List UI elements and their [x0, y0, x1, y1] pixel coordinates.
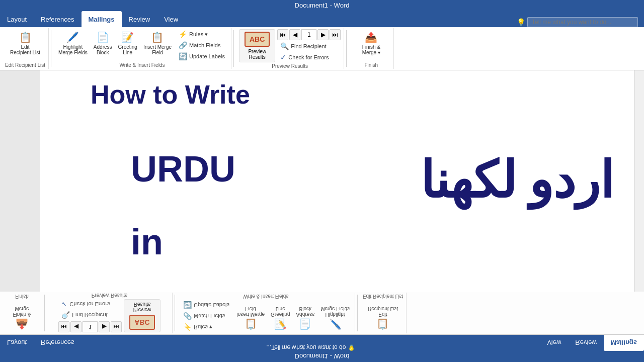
first-record-btn[interactable]: ⏮	[277, 29, 288, 40]
tab-mailings[interactable]: Mailings	[82, 11, 122, 27]
ribbon-search-input[interactable]	[527, 17, 638, 27]
abc-icon: ABC	[245, 32, 270, 47]
left-sidebar	[0, 70, 40, 292]
group-label-preview: Preview Results	[272, 62, 308, 69]
ribbon-group-finish: 📤 Finish &Merge ▾ Finish	[349, 28, 394, 69]
rules-btn[interactable]: ⚡ Rules ▾	[176, 29, 228, 39]
preview-results-btn[interactable]: ABC PreviewResults	[239, 29, 275, 62]
next-record-btn[interactable]: ▶	[317, 29, 329, 40]
address-icon: 📄	[97, 30, 109, 44]
group-label-finish: Finish	[365, 61, 378, 68]
ribbon-search-area: 💡	[517, 17, 644, 27]
thumbnail-urdu-latin: URDU	[131, 148, 235, 190]
bottom-finish-btn: 📤 Finish &Merge	[11, 305, 33, 332]
thumbnail-in-text: in	[131, 221, 163, 262]
group-label-recipients: Edit Recipient List	[5, 61, 45, 68]
rules-icon: ⚡	[179, 30, 187, 38]
greeting-icon: 📝	[121, 30, 134, 44]
tab-references[interactable]: References	[34, 11, 81, 27]
find-recipient-icon: 🔍	[280, 42, 289, 50]
update-icon: 🔄	[179, 52, 187, 60]
ribbon-group-write-insert: 🖊️ HighlightMerge Fields 📄 AddressBlock …	[53, 28, 231, 69]
ribbon-group-preview: ABC PreviewResults ⏮ ◀ ▶ ⏭ 🔍 Find Recipi…	[236, 28, 344, 69]
bottom-title-reflection: Document1 - Word	[0, 351, 644, 362]
match-fields-btn[interactable]: 🔗 Match Fields	[176, 40, 228, 50]
insert-merge-field-btn[interactable]: 📋 Insert MergeField	[141, 29, 174, 56]
title-bar: Document1 - Word	[0, 0, 644, 11]
main-content: How to Write URDU اردو لکھنا in	[0, 70, 644, 362]
ribbon-separator-2	[233, 30, 234, 67]
lightbulb-icon: 💡	[517, 18, 525, 26]
match-icon: 🔗	[179, 41, 187, 49]
thumbnail-urdu-script: اردو لکھنا	[420, 151, 614, 210]
find-recipient-btn[interactable]: 🔍 Find Recipient	[277, 41, 341, 51]
ribbon-content: 📋 EditRecipient List Edit Recipient List…	[0, 27, 644, 70]
greeting-line-btn[interactable]: 📝 GreetingLine	[116, 29, 139, 56]
check-errors-icon: ✓	[280, 53, 286, 61]
bottom-ribbon-reflection: 📤 Finish &Merge Finish ⏮ ◀	[0, 292, 644, 335]
prev-record-btn[interactable]: ◀	[289, 29, 300, 40]
title-text: Document1 - Word	[295, 2, 350, 9]
tab-view[interactable]: View	[157, 11, 185, 27]
ribbon-group-edit-recipients: 📋 EditRecipient List Edit Recipient List	[2, 28, 49, 69]
thumbnail-ms-word: MS Word	[116, 287, 272, 292]
record-number-input[interactable]	[301, 29, 316, 40]
edit-recipient-list-btn[interactable]: 📋 EditRecipient List	[8, 29, 42, 56]
group-label-write-insert: Write & Insert Fields	[120, 61, 165, 68]
insert-merge-icon: 📋	[151, 30, 164, 44]
ribbon-separator-1	[51, 30, 51, 67]
document-wrapper: How to Write URDU اردو لکھنا in	[0, 70, 644, 292]
ribbon-tabs: Layout References Mailings Review View 💡	[0, 11, 644, 27]
finish-icon: 📤	[365, 30, 377, 44]
finish-merge-btn[interactable]: 📤 Finish &Merge ▾	[360, 29, 382, 56]
document-page[interactable]: How to Write URDU اردو لکھنا in	[40, 70, 634, 292]
tab-review[interactable]: Review	[122, 11, 157, 27]
last-record-btn[interactable]: ⏭	[330, 29, 341, 40]
thumbnail-title-line1: How to Write	[91, 80, 250, 109]
address-block-btn[interactable]: 📄 AddressBlock	[92, 29, 114, 56]
word-window: Document1 - Word Layout References Maili…	[0, 0, 644, 362]
video-thumbnail: How to Write URDU اردو لکھنا in	[40, 70, 634, 292]
recipients-icon: 📋	[19, 30, 32, 44]
right-sidebar[interactable]	[634, 70, 644, 292]
ribbon-separator-3	[346, 30, 347, 67]
tab-layout[interactable]: Layout	[0, 11, 34, 27]
bottom-tabs-reflection: Mailings Review View 💡 Tell me what you …	[0, 335, 644, 351]
highlight-icon: 🖊️	[66, 30, 79, 44]
update-labels-btn[interactable]: 🔄 Update Labels	[176, 51, 228, 61]
highlight-merge-fields-btn[interactable]: 🖊️ HighlightMerge Fields	[56, 29, 90, 56]
check-errors-btn[interactable]: ✓ Check for Errors	[277, 52, 341, 62]
